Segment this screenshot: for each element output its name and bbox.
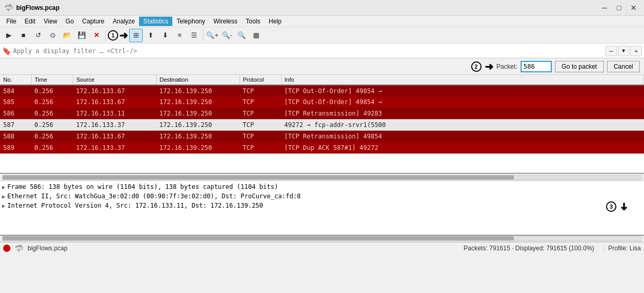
menu-analyze[interactable]: Analyze	[109, 17, 140, 26]
expand-icon-ethernet: ▶	[2, 194, 5, 199]
table-cell: TCP	[239, 142, 281, 154]
table-cell: 172.16.139.250	[156, 96, 239, 108]
toolbar-expand-btn[interactable]: ☰	[187, 29, 201, 42]
table-cell: [TCP Retransmission] 49854	[281, 131, 644, 142]
expand-icon-frame: ▶	[2, 184, 5, 190]
table-cell: 172.16.139.250	[156, 131, 239, 142]
table-cell: 585	[0, 96, 31, 108]
toolbar-list-btn[interactable]: ≡	[173, 29, 186, 42]
toolbar-start-btn[interactable]: ▶	[2, 29, 16, 42]
table-cell: 172.16.133.67	[73, 131, 156, 142]
table-cell: 589	[0, 142, 31, 154]
titlebar: 🦈 bigFlows.pcap ─ □ ✕	[0, 0, 644, 16]
toolbar: ▶ ■ ↺ ⊙ 📂 💾 ✕ 1 ➜ ⊞ ⬆ ⬇ ≡ ☰ 🔍+ 🔍- 🔍 ▦	[0, 27, 644, 44]
menu-tools[interactable]: Tools	[242, 17, 264, 26]
toolbar-next-btn[interactable]: ⬇	[158, 29, 172, 42]
toolbar-save-btn[interactable]: 💾	[75, 29, 89, 42]
filter-input[interactable]	[13, 47, 605, 55]
menu-view[interactable]: View	[40, 17, 61, 26]
toolbar-zoom-out-btn[interactable]: 🔍-	[220, 29, 234, 42]
table-cell: 0.256	[31, 119, 73, 131]
menu-file[interactable]: File	[2, 17, 20, 26]
col-header-protocol[interactable]: Protocol	[239, 75, 281, 85]
table-cell: 172.16.133.11	[73, 108, 156, 119]
toolbar-restart-btn[interactable]: ↺	[31, 29, 45, 42]
toolbar-find-btn[interactable]: ⊞	[129, 29, 143, 42]
col-header-destination[interactable]: Destination	[156, 75, 239, 85]
table-cell: 0.256	[31, 85, 73, 96]
status-separator	[603, 245, 604, 252]
table-cell: [TCP Out-Of-Order] 49854 →	[281, 96, 644, 108]
table-cell: 584	[0, 85, 31, 96]
table-row[interactable]: 5890.256172.16.133.37172.16.139.250TCP[T…	[0, 142, 644, 154]
table-cell: 172.16.139.250	[156, 119, 239, 131]
go-to-packet-button[interactable]: Go to packet	[555, 61, 604, 72]
table-cell: 172.16.133.67	[73, 96, 156, 108]
toolbar-open-btn[interactable]: 📂	[60, 29, 74, 42]
detail-row-ip[interactable]: ▶ Internet Protocol Version 4, Src: 172.…	[2, 201, 642, 210]
menu-go[interactable]: Go	[61, 17, 78, 26]
table-cell: [TCP Retransmission] 49283	[281, 108, 644, 119]
detail-text-ip: Internet Protocol Version 4, Src: 172.16…	[7, 202, 263, 209]
separator-2	[203, 30, 204, 41]
table-cell: 0.256	[31, 131, 73, 142]
annotation-circle-1: 1	[108, 30, 118, 41]
toolbar-options-btn[interactable]: ⊙	[46, 29, 59, 42]
detail-hscroll[interactable]	[0, 236, 644, 242]
filter-expand-btn[interactable]: ▾	[618, 46, 629, 56]
cancel-button[interactable]: Cancel	[607, 61, 640, 72]
window-title: bigFlows.pcap	[16, 4, 598, 11]
filter-icon: 🔖	[2, 47, 11, 55]
table-cell: TCP	[239, 119, 281, 131]
table-cell: 587	[0, 119, 31, 131]
toolbar-zoom-in-btn[interactable]: 🔍+	[206, 29, 219, 42]
toolbar-zoom-reset-btn[interactable]: 🔍	[235, 29, 248, 42]
table-row[interactable]: 5870.256172.16.133.37172.16.139.250TCP49…	[0, 119, 644, 131]
table-cell: 0.256	[31, 142, 73, 154]
menu-telephony[interactable]: Telephony	[172, 17, 209, 26]
menu-wireless[interactable]: Wireless	[209, 17, 242, 26]
packet-table: No. Time Source Destination Protocol Inf…	[0, 75, 644, 154]
packet-table-hscroll[interactable]	[0, 174, 644, 181]
menu-capture[interactable]: Capture	[78, 17, 109, 26]
detail-row-ethernet[interactable]: ▶ Ethernet II, Src: WatchGua_3e:02:d0 (0…	[2, 192, 642, 201]
col-header-time[interactable]: Time	[31, 75, 73, 85]
table-cell: TCP	[239, 85, 281, 96]
annotation-arrow-2: ➜	[485, 60, 494, 73]
col-header-source[interactable]: Source	[73, 75, 156, 85]
goto-packet-input[interactable]	[521, 61, 552, 72]
maximize-button[interactable]: □	[613, 3, 625, 13]
table-row[interactable]: 5850.256172.16.133.67172.16.139.250TCP[T…	[0, 96, 644, 108]
table-cell: 172.16.133.37	[73, 119, 156, 131]
annotation-arrow-3: ➜	[618, 202, 630, 211]
menu-edit[interactable]: Edit	[20, 17, 40, 26]
annotation-circle-2: 2	[471, 61, 482, 72]
table-cell: 0.256	[31, 96, 73, 108]
toolbar-close-btn[interactable]: ✕	[90, 29, 103, 42]
annotation-circle-3: 3	[606, 201, 616, 212]
filter-dropdown-btn[interactable]: ─	[605, 46, 617, 56]
packet-table-body: 5840.256172.16.133.67172.16.139.250TCP[T…	[0, 85, 644, 154]
col-header-no[interactable]: No.	[0, 75, 31, 85]
goto-bar: 2 ➜ Packet: Go to packet Cancel	[0, 58, 644, 75]
table-row[interactable]: 5840.256172.16.133.67172.16.139.250TCP[T…	[0, 85, 644, 96]
table-row[interactable]: 5880.256172.16.133.67172.16.139.250TCP[T…	[0, 131, 644, 142]
detail-text-ethernet: Ethernet II, Src: WatchGua_3e:02:d0 (00:…	[7, 193, 301, 200]
toolbar-prev-btn[interactable]: ⬆	[144, 29, 157, 42]
detail-row-frame[interactable]: ▶ Frame 586: 138 bytes on wire (1104 bit…	[2, 182, 642, 192]
hscroll-track	[2, 175, 642, 180]
filter-add-btn[interactable]: +	[630, 46, 642, 56]
status-filename: bigFlows.pcap	[28, 245, 454, 252]
detail-hscroll-thumb	[3, 236, 514, 240]
menu-statistics[interactable]: Statistics	[139, 17, 172, 26]
minimize-button[interactable]: ─	[598, 3, 611, 13]
table-cell: 0.256	[31, 108, 73, 119]
toolbar-stop-btn[interactable]: ■	[17, 29, 30, 42]
close-button[interactable]: ✕	[627, 3, 640, 13]
col-header-info[interactable]: Info	[281, 75, 644, 85]
table-cell: 172.16.133.67	[73, 85, 156, 96]
status-packets: Packets: 791615 · Displayed: 791615 (100…	[463, 245, 594, 252]
menu-help[interactable]: Help	[264, 17, 286, 26]
table-row[interactable]: 5860.256172.16.133.11172.16.139.250TCP[T…	[0, 108, 644, 119]
toolbar-resize-btn[interactable]: ▦	[249, 29, 263, 42]
